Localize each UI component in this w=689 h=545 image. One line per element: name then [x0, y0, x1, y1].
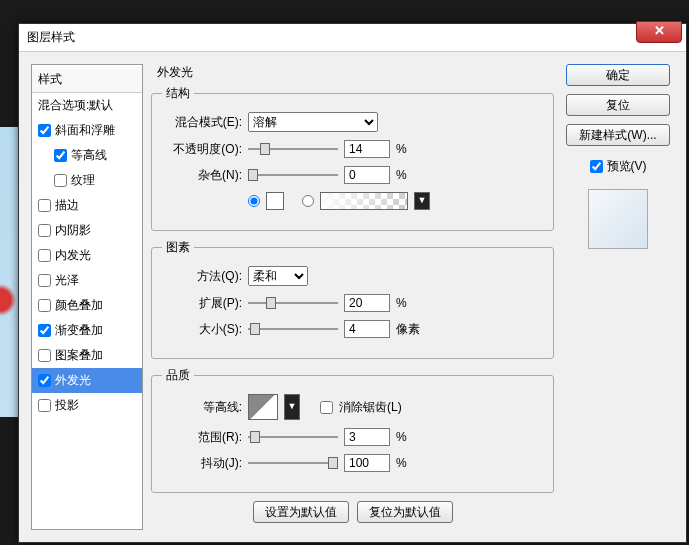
- spread-input[interactable]: [344, 294, 390, 312]
- style-checkbox[interactable]: [38, 224, 51, 237]
- style-checkbox[interactable]: [38, 199, 51, 212]
- noise-slider[interactable]: [248, 167, 338, 183]
- style-item[interactable]: 投影: [32, 393, 142, 418]
- panel-title: 外发光: [151, 64, 554, 81]
- range-input[interactable]: [344, 428, 390, 446]
- style-item[interactable]: 内阴影: [32, 218, 142, 243]
- method-select[interactable]: 柔和: [248, 266, 308, 286]
- noise-label: 杂色(N):: [162, 167, 242, 184]
- size-slider[interactable]: [248, 321, 338, 337]
- style-label: 混合选项:默认: [38, 97, 113, 114]
- style-label: 内阴影: [55, 222, 91, 239]
- style-item[interactable]: 混合选项:默认: [32, 93, 142, 118]
- style-item[interactable]: 外发光: [32, 368, 142, 393]
- gradient-radio[interactable]: [302, 195, 314, 207]
- window-title: 图层样式: [27, 29, 75, 46]
- style-label: 等高线: [71, 147, 107, 164]
- dialog-buttons: 确定 复位 新建样式(W)... 预览(V): [562, 64, 674, 530]
- effect-settings: 外发光 结构 混合模式(E): 溶解 不透明度(O): % 杂色(N):: [151, 64, 554, 530]
- color-swatch[interactable]: [266, 192, 284, 210]
- gradient-dropdown-icon[interactable]: ▼: [414, 192, 430, 210]
- range-slider[interactable]: [248, 429, 338, 445]
- styles-header: 样式: [32, 67, 142, 93]
- contour-label: 等高线:: [162, 399, 242, 416]
- close-button[interactable]: ✕: [636, 21, 682, 43]
- style-item[interactable]: 斜面和浮雕: [32, 118, 142, 143]
- blend-mode-label: 混合模式(E):: [162, 114, 242, 131]
- style-label: 内发光: [55, 247, 91, 264]
- blend-mode-select[interactable]: 溶解: [248, 112, 378, 132]
- jitter-label: 抖动(J):: [162, 455, 242, 472]
- pct-label: %: [396, 456, 407, 470]
- contour-picker[interactable]: [248, 394, 278, 420]
- size-unit-label: 像素: [396, 321, 420, 338]
- method-label: 方法(Q):: [162, 268, 242, 285]
- opacity-slider[interactable]: [248, 141, 338, 157]
- quality-group: 品质 等高线: ▼ 消除锯齿(L) 范围(R): % 抖动(J):: [151, 367, 554, 493]
- range-label: 范围(R):: [162, 429, 242, 446]
- style-label: 斜面和浮雕: [55, 122, 115, 139]
- style-item[interactable]: 光泽: [32, 268, 142, 293]
- pct-label: %: [396, 296, 407, 310]
- size-label: 大小(S):: [162, 321, 242, 338]
- style-label: 光泽: [55, 272, 79, 289]
- style-checkbox[interactable]: [38, 249, 51, 262]
- style-item[interactable]: 描边: [32, 193, 142, 218]
- style-label: 投影: [55, 397, 79, 414]
- preview-checkbox[interactable]: [590, 160, 603, 173]
- style-checkbox[interactable]: [38, 124, 51, 137]
- style-label: 颜色叠加: [55, 297, 103, 314]
- jitter-slider[interactable]: [248, 455, 338, 471]
- gradient-preview[interactable]: [320, 192, 408, 210]
- new-style-button[interactable]: 新建样式(W)...: [566, 124, 670, 146]
- elements-group: 图素 方法(Q): 柔和 扩展(P): % 大小(S):: [151, 239, 554, 359]
- cancel-button[interactable]: 复位: [566, 94, 670, 116]
- spread-label: 扩展(P):: [162, 295, 242, 312]
- structure-group: 结构 混合模式(E): 溶解 不透明度(O): % 杂色(N):: [151, 85, 554, 231]
- preview-thumbnail: [588, 189, 648, 249]
- style-label: 纹理: [71, 172, 95, 189]
- style-label: 描边: [55, 197, 79, 214]
- style-checkbox[interactable]: [38, 274, 51, 287]
- style-checkbox[interactable]: [38, 399, 51, 412]
- pct-label: %: [396, 142, 407, 156]
- style-label: 图案叠加: [55, 347, 103, 364]
- preview-label: 预览(V): [607, 158, 647, 175]
- contour-dropdown-icon[interactable]: ▼: [284, 394, 300, 420]
- style-checkbox[interactable]: [38, 324, 51, 337]
- quality-legend: 品质: [162, 367, 194, 384]
- elements-legend: 图素: [162, 239, 194, 256]
- style-checkbox[interactable]: [54, 149, 67, 162]
- style-label: 外发光: [55, 372, 91, 389]
- pct-label: %: [396, 168, 407, 182]
- style-item[interactable]: 图案叠加: [32, 343, 142, 368]
- jitter-input[interactable]: [344, 454, 390, 472]
- style-item[interactable]: 等高线: [32, 143, 142, 168]
- style-item[interactable]: 纹理: [32, 168, 142, 193]
- style-label: 渐变叠加: [55, 322, 103, 339]
- size-input[interactable]: [344, 320, 390, 338]
- style-checkbox[interactable]: [38, 349, 51, 362]
- set-default-button[interactable]: 设置为默认值: [253, 501, 349, 523]
- titlebar: 图层样式 ✕: [19, 24, 686, 52]
- style-checkbox[interactable]: [38, 374, 51, 387]
- style-item[interactable]: 内发光: [32, 243, 142, 268]
- reset-default-button[interactable]: 复位为默认值: [357, 501, 453, 523]
- noise-input[interactable]: [344, 166, 390, 184]
- style-checkbox[interactable]: [38, 299, 51, 312]
- style-item[interactable]: 渐变叠加: [32, 318, 142, 343]
- pct-label: %: [396, 430, 407, 444]
- spread-slider[interactable]: [248, 295, 338, 311]
- layer-style-dialog: 图层样式 ✕ 样式 混合选项:默认斜面和浮雕等高线纹理描边内阴影内发光光泽颜色叠…: [18, 23, 687, 543]
- style-checkbox[interactable]: [54, 174, 67, 187]
- antialias-checkbox[interactable]: [320, 401, 333, 414]
- antialias-label: 消除锯齿(L): [339, 399, 402, 416]
- styles-list: 样式 混合选项:默认斜面和浮雕等高线纹理描边内阴影内发光光泽颜色叠加渐变叠加图案…: [31, 64, 143, 530]
- structure-legend: 结构: [162, 85, 194, 102]
- opacity-label: 不透明度(O):: [162, 141, 242, 158]
- opacity-input[interactable]: [344, 140, 390, 158]
- style-item[interactable]: 颜色叠加: [32, 293, 142, 318]
- color-radio[interactable]: [248, 195, 260, 207]
- ok-button[interactable]: 确定: [566, 64, 670, 86]
